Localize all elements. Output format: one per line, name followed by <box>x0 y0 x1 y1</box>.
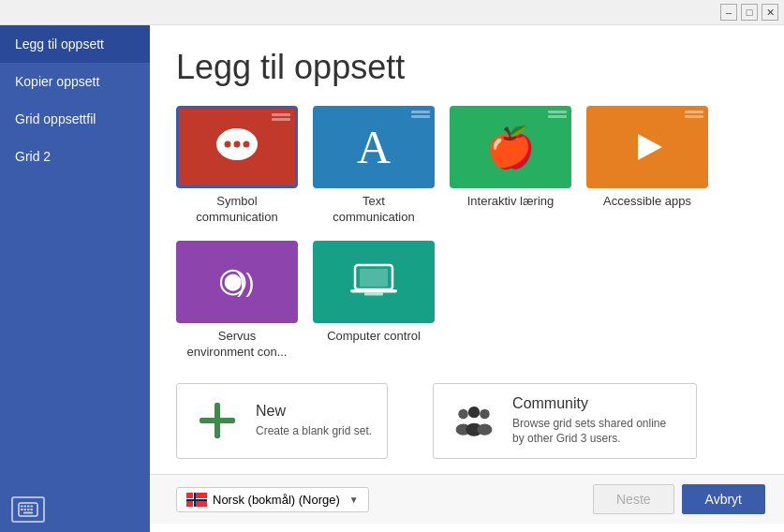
svg-rect-6 <box>24 509 27 510</box>
svg-rect-4 <box>31 506 34 508</box>
svg-point-29 <box>478 424 493 436</box>
servus-icon: ◉ )) <box>211 261 263 303</box>
svg-rect-23 <box>200 418 235 423</box>
language-label: Norsk (bokmål) (Norge) <box>213 493 340 507</box>
grid-item-symbol[interactable]: Symbol communication <box>176 106 298 226</box>
sidebar: Legg til oppsett Kopier oppsett Grid opp… <box>0 25 150 532</box>
apple-icon: 🍎 <box>486 125 535 170</box>
svg-rect-7 <box>27 509 30 510</box>
grid-item-label-text: Textcommunication <box>333 194 414 226</box>
svg-text:)): )) <box>237 268 255 297</box>
main-layout: Legg til oppsett Kopier oppsett Grid opp… <box>0 25 784 532</box>
grid-item-thumb-symbol <box>176 106 298 188</box>
next-button[interactable]: Neste <box>593 484 674 514</box>
plus-icon <box>194 397 241 444</box>
svg-point-14 <box>244 141 250 148</box>
svg-rect-20 <box>350 289 397 293</box>
new-card-icon <box>192 395 243 446</box>
close-button[interactable]: ✕ <box>762 4 778 21</box>
window-chrome: – □ ✕ <box>0 0 784 25</box>
new-card-text: New Create a blank grid set. <box>256 403 372 439</box>
grid-section: Symbol communication A Textcommunication <box>176 106 758 361</box>
svg-rect-3 <box>27 506 30 508</box>
new-card-title: New <box>256 403 372 420</box>
community-card[interactable]: Community Browse grid sets shared online… <box>433 383 697 460</box>
sidebar-item-grid2[interactable]: Grid 2 <box>0 138 150 175</box>
cancel-button[interactable]: Avbryt <box>682 484 765 514</box>
sidebar-item-kopier[interactable]: Kopier oppsett <box>0 63 150 100</box>
svg-point-24 <box>458 409 468 420</box>
svg-marker-15 <box>638 134 662 160</box>
grid-item-servus[interactable]: ◉ )) Servusenvironment con... <box>176 241 298 361</box>
svg-point-28 <box>480 409 490 420</box>
keyboard-icon[interactable] <box>11 496 45 523</box>
svg-point-12 <box>225 141 231 148</box>
grid-item-label-computer: Computer control <box>327 329 421 345</box>
page-title: Legg til oppsett <box>176 48 758 87</box>
community-card-icon <box>449 395 499 446</box>
grid-item-thumb-accessible <box>586 106 708 188</box>
grid-item-label-interaktiv: Interaktiv læring <box>467 194 554 210</box>
grid-item-label-servus: Servusenvironment con... <box>187 329 288 361</box>
paper-stack <box>272 113 290 121</box>
bottom-section: New Create a blank grid set. <box>176 383 758 460</box>
community-card-text: Community Browse grid sets shared online… <box>512 395 681 448</box>
grid-item-thumb-computer <box>313 241 435 323</box>
paper-stack-4 <box>685 111 703 118</box>
footer-buttons: Neste Avbryt <box>593 484 765 514</box>
play-icon <box>629 128 666 166</box>
sidebar-bottom <box>0 487 150 532</box>
svg-point-13 <box>234 141 241 148</box>
sidebar-item-legg-til[interactable]: Legg til oppsett <box>0 25 150 63</box>
footer: Norsk (bokmål) (Norge) ▼ Neste Avbryt <box>150 474 784 524</box>
paper-stack-2 <box>411 111 430 118</box>
grid-item-computer[interactable]: Computer control <box>313 241 435 361</box>
grid-item-label-accessible: Accessible apps <box>603 194 691 210</box>
maximize-button[interactable]: □ <box>741 4 758 21</box>
grid-item-accessible[interactable]: Accessible apps <box>586 106 708 226</box>
sidebar-item-grid-fil[interactable]: Grid oppsettfil <box>0 100 150 138</box>
svg-rect-5 <box>21 509 23 510</box>
new-card-description: Create a blank grid set. <box>256 423 372 439</box>
grid-item-text[interactable]: A Textcommunication <box>313 106 435 226</box>
grid-item-thumb-interaktiv: 🍎 <box>450 106 571 188</box>
svg-point-26 <box>468 406 480 418</box>
svg-rect-19 <box>360 269 388 287</box>
grid-item-thumb-servus: ◉ )) <box>176 241 298 323</box>
norway-flag <box>186 493 207 507</box>
new-card[interactable]: New Create a blank grid set. <box>176 383 388 460</box>
minimize-button[interactable]: – <box>720 4 737 21</box>
svg-rect-1 <box>21 506 23 508</box>
community-card-description: Browse grid sets shared online by other … <box>512 416 681 448</box>
grid-item-interaktiv[interactable]: 🍎 Interaktiv læring <box>450 106 571 226</box>
keyboard-svg <box>18 502 38 517</box>
grid-item-thumb-text: A <box>313 106 435 188</box>
svg-rect-2 <box>24 506 27 508</box>
laptop-icon <box>346 260 402 303</box>
svg-rect-21 <box>364 292 383 295</box>
community-card-title: Community <box>512 395 681 412</box>
svg-rect-9 <box>23 512 33 514</box>
svg-rect-8 <box>31 509 34 510</box>
speech-bubble-icon <box>213 126 261 168</box>
paper-stack-3 <box>548 111 567 118</box>
content-area: Legg til oppsett <box>150 25 784 532</box>
language-chevron: ▼ <box>349 495 359 505</box>
people-icon <box>453 404 495 437</box>
language-select[interactable]: Norsk (bokmål) (Norge) ▼ <box>176 487 369 512</box>
text-letter-icon: A <box>357 120 391 174</box>
grid-item-label-symbol: Symbol communication <box>176 194 298 226</box>
